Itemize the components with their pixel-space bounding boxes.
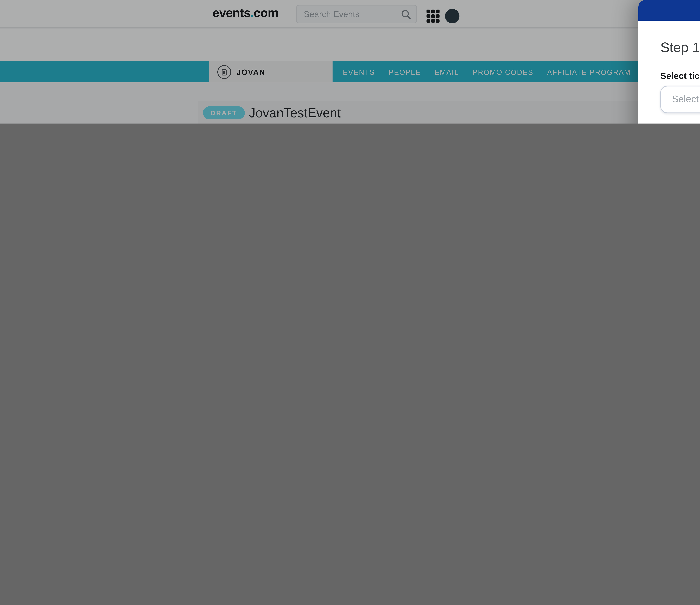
drawer-header-bar: [639, 0, 700, 21]
ticket-type-label: Select ticket type: [660, 71, 700, 81]
step1-title: Step 1 – Select ticket types: [660, 40, 700, 55]
ticket-type-select[interactable]: Select ticket type: [660, 86, 700, 113]
modal-overlay[interactable]: [0, 0, 700, 123]
select-placeholder: Select ticket type: [672, 87, 700, 112]
app-root: events.com e sell JOVAN EVENTS PEOPLE EM…: [0, 0, 700, 123]
ticket-drawer: Step 1 – Select ticket types Select tick…: [639, 0, 700, 123]
